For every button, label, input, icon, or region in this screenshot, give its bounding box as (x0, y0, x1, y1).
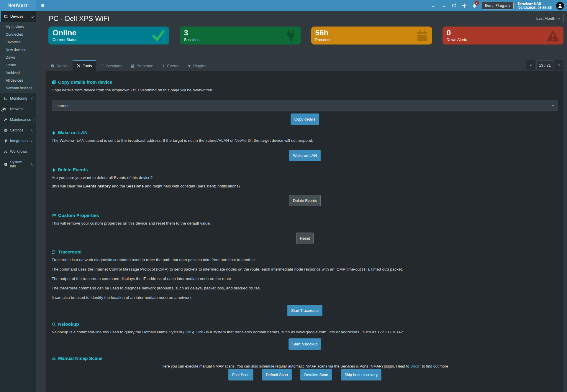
binoculars-icon (52, 356, 56, 361)
start-nslookup-button[interactable]: Start Nslookup (289, 338, 321, 350)
sidebar-item-monitoring[interactable]: Monitoring (0, 93, 36, 104)
back-arrow-icon[interactable]: ← (430, 2, 437, 9)
tab-details[interactable]: Details (46, 60, 73, 71)
docs-link[interactable]: Docs↗ (410, 364, 421, 368)
tab-presence[interactable]: Presence (127, 60, 158, 71)
external-link-icon: ↗ (419, 364, 421, 367)
plug-icon (4, 139, 8, 143)
copy-source-select-value: Internet (55, 103, 68, 108)
start-traceroute-button[interactable]: Start Traceroute (287, 305, 322, 316)
prev-device-button[interactable]: ‹ (526, 60, 535, 70)
info-icon (50, 64, 54, 68)
tools-tab-panel: Copy details from device Copy details fr… (46, 71, 563, 392)
nmap-section-title: Manual Nmap Scans (52, 356, 558, 361)
calendar-icon (416, 29, 428, 42)
delete-events-section-title: Delete Events (52, 167, 558, 172)
traceroute-paragraph: The output of the traceroute command dis… (52, 276, 558, 281)
refresh-icon[interactable] (451, 2, 457, 9)
chevron-down-icon (31, 15, 34, 18)
sidebar-item-workflows[interactable]: Workflows (0, 146, 36, 157)
card-presence: 56h Presence (311, 27, 432, 45)
delete-events-question: Are you sure you want to delete all Even… (52, 175, 558, 180)
copy-details-button[interactable]: Copy details (291, 113, 319, 125)
sidebar: Devices My devices Connected Favorites N… (0, 11, 36, 392)
sidebar-item-connected[interactable]: Connected (0, 31, 36, 38)
bolt-icon (162, 64, 165, 68)
card-label: Presence (315, 37, 428, 42)
page-title: PC - Dell XPS WiFi (49, 14, 109, 23)
skip-host-discovery-button[interactable]: Skip host discovery (341, 369, 381, 381)
bell-icon (52, 168, 56, 172)
sidebar-item-devices[interactable]: Devices (0, 11, 36, 22)
sidebar-item-all-devices[interactable]: All devices (0, 77, 36, 84)
warning-icon (546, 29, 560, 42)
tab-events[interactable]: Events (158, 60, 183, 71)
tab-tools[interactable]: Tools (73, 60, 96, 71)
notification-badge: 7 (475, 1, 479, 5)
reset-button[interactable]: Reset (296, 233, 314, 244)
tab-sessions[interactable]: Sessions (96, 60, 127, 71)
sidebar-item-new-devices[interactable]: New devices (0, 46, 36, 54)
sidebar-item-label: Devices (10, 14, 29, 19)
chart-bar-icon (4, 97, 8, 101)
bell-icon (52, 131, 56, 135)
logo-alert: Alert (15, 3, 27, 9)
nmap-description: Here you can execute manual NMAP scans. … (52, 364, 558, 368)
card-down-alerts: 0 Down Alerts (443, 27, 563, 45)
traceroute-paragraph: The traceroute command can be used to di… (52, 286, 558, 290)
detailed-scan-button[interactable]: Detailed Scan (300, 369, 332, 381)
default-scan-button[interactable]: Default Scan (262, 369, 291, 381)
status-cards: Online Current Status 3 Sessions 56h Pre… (48, 27, 563, 45)
content-area: PC - Dell XPS WiFi Last Month Online Cur… (36, 11, 567, 392)
custom-properties-description: This will remove your custom properties … (52, 221, 558, 225)
forward-arrow-icon[interactable]: → (440, 2, 447, 9)
traceroute-paragraph: It can also be used to identify the loca… (52, 295, 558, 300)
period-selector[interactable]: Last Month (533, 14, 563, 23)
gear-icon (4, 129, 8, 132)
sidebar-item-network-devices[interactable]: Network devices (0, 84, 36, 92)
rocket-icon[interactable] (1, 107, 6, 112)
sidebar-item-offline[interactable]: Offline (0, 61, 36, 69)
traceroute-paragraph: The command uses the Internet Control Me… (52, 267, 558, 271)
wake-on-lan-button[interactable]: Wake-on-LAN (289, 150, 321, 161)
sidebar-item-archived[interactable]: Archived (0, 69, 36, 77)
delete-events-button[interactable]: Delete Events (289, 195, 321, 206)
run-plugins-button[interactable]: Run: Plugins (482, 2, 514, 9)
app-logo[interactable]: NetAlertx (0, 0, 36, 11)
card-value: Online (53, 29, 165, 37)
period-selector-value: Last Month (536, 16, 555, 21)
host-name: Synology-NAS (517, 1, 552, 6)
info-icon (4, 162, 8, 166)
copy-source-select[interactable]: Internet (52, 101, 558, 111)
sidebar-item-my-devices[interactable]: My devices (0, 23, 36, 31)
user-avatar[interactable] (556, 2, 564, 10)
fast-scan-button[interactable]: Fast Scan (228, 369, 253, 381)
laptop-icon (4, 14, 8, 19)
logo-net: Net (7, 3, 15, 9)
tab-plugins[interactable]: Plugins (183, 60, 210, 71)
card-current-status: Online Current Status (48, 27, 169, 45)
netalertx-app: NetAlertx ≡ ← → 7 Run: Plugins Synology-… (0, 0, 567, 392)
wol-section-title: Wake-on-LAN (52, 130, 558, 135)
move-icon[interactable] (461, 2, 468, 9)
card-sessions: 3 Sessions (180, 27, 301, 45)
sidebar-item-settings[interactable]: Settings (0, 125, 36, 136)
chevron-left-icon (31, 97, 34, 100)
sidebar-toggle-icon[interactable]: ≡ (36, 0, 49, 11)
card-value: 3 (184, 29, 296, 37)
bell-icon[interactable]: 7 (471, 2, 478, 9)
sidebar-item-system-info[interactable]: System info (0, 157, 36, 172)
calendar-icon (131, 64, 135, 68)
sidebar-item-integrations[interactable]: Integrations (0, 136, 36, 146)
next-device-button[interactable]: › (554, 60, 563, 70)
nmap-buttons: Fast Scan Default Scan Detailed Scan Ski… (52, 369, 558, 381)
wol-description: The Wake-on-LAN command is sent to the b… (52, 138, 558, 143)
sidebar-item-maintenance[interactable]: Maintenance (0, 114, 36, 125)
custom-properties-section-title: Custom Properties (52, 213, 558, 218)
host-timestamp: (02/02/2026, 08:55:38) (517, 6, 552, 10)
nslookup-section-title: Nslookup (52, 322, 558, 327)
sidebar-item-favorites[interactable]: Favorites (0, 38, 36, 46)
list-ol-icon (100, 64, 104, 68)
search-icon (52, 322, 56, 327)
sidebar-item-down[interactable]: Down (0, 54, 36, 61)
